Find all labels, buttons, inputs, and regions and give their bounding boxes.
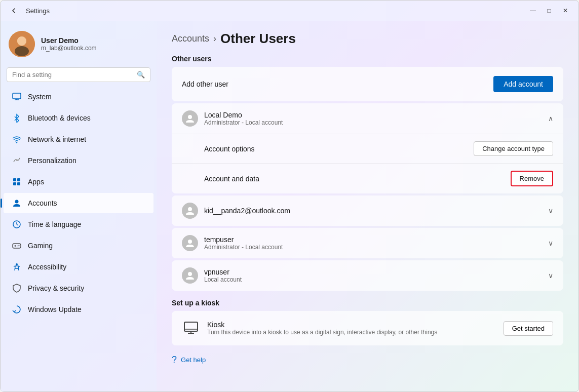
user-card-tempuser-header[interactable]: tempuser Administrator - Local account ∨	[172, 228, 563, 258]
user-card-local-demo-subtitle: Administrator - Local account	[204, 119, 283, 126]
kiosk-description: Turn this device into a kiosk to use as …	[207, 329, 437, 336]
remove-button[interactable]: Remove	[511, 171, 553, 186]
accessibility-icon	[12, 262, 22, 272]
user-card-local-demo-expanded: Account options Change account type Acco…	[172, 134, 563, 193]
sidebar-item-accounts[interactable]: Accounts	[4, 193, 153, 213]
apps-icon	[12, 177, 22, 187]
svg-point-23	[19, 245, 20, 246]
user-card-kid-panda: kid__panda2@outlook.com ∨	[172, 195, 563, 226]
user-card-tempuser-left: tempuser Administrator - Local account	[182, 235, 283, 251]
user-card-tempuser: tempuser Administrator - Local account ∨	[172, 228, 563, 258]
user-card-local-demo-left: Local Demo Administrator - Local account	[182, 110, 283, 127]
maximize-button[interactable]: □	[542, 4, 556, 18]
chevron-down-icon-2: ∨	[548, 239, 553, 247]
svg-rect-14	[17, 182, 20, 185]
sidebar-item-gaming[interactable]: Gaming	[4, 236, 153, 256]
svg-point-25	[188, 115, 192, 119]
svg-rect-12	[17, 178, 20, 181]
svg-point-27	[188, 240, 192, 244]
svg-rect-11	[13, 178, 16, 181]
user-card-local-demo-header[interactable]: Local Demo Administrator - Local account…	[172, 103, 563, 134]
user-card-vpnuser-header[interactable]: vpnuser Local account ∨	[172, 260, 563, 291]
user-card-vpnuser-info: vpnuser Local account	[204, 268, 242, 283]
sidebar-item-windows-update[interactable]: Windows Update	[4, 299, 153, 320]
sidebar-item-bluetooth[interactable]: Bluetooth & devices	[4, 108, 153, 128]
user-card-kid-panda-left: kid__panda2@outlook.com	[182, 203, 290, 219]
sidebar-item-system[interactable]: System	[4, 87, 153, 107]
personalization-icon	[12, 155, 22, 166]
user-card-vpnuser-left: vpnuser Local account	[182, 267, 242, 284]
titlebar: Settings — □ ✕	[1, 1, 578, 21]
account-data-row: Account and data Remove	[172, 163, 563, 193]
sidebar-item-accounts-label: Accounts	[28, 199, 57, 207]
sidebar-item-network[interactable]: Network & internet	[4, 129, 153, 149]
get-help-row: ? Get help	[172, 351, 563, 368]
sidebar-item-privacy-label: Privacy & security	[28, 284, 84, 292]
update-icon	[12, 304, 22, 315]
svg-point-15	[15, 200, 19, 204]
sidebar-item-bluetooth-label: Bluetooth & devices	[28, 114, 91, 122]
user-card-kid-panda-header[interactable]: kid__panda2@outlook.com ∨	[172, 195, 563, 226]
user-card-local-demo-info: Local Demo Administrator - Local account	[204, 111, 283, 126]
svg-line-18	[17, 224, 18, 225]
user-profile: User Demo m_lab@outlook.com	[1, 25, 157, 65]
account-options-label: Account options	[204, 145, 255, 153]
search-box[interactable]: 🔍	[7, 67, 150, 82]
user-card-kid-panda-info: kid__panda2@outlook.com	[204, 207, 290, 215]
back-button[interactable]	[7, 4, 21, 18]
accounts-icon	[12, 198, 22, 208]
sidebar: User Demo m_lab@outlook.com 🔍 System	[1, 21, 157, 391]
sidebar-item-accessibility-label: Accessibility	[28, 263, 66, 271]
get-started-button[interactable]: Get started	[504, 321, 553, 336]
breadcrumb: Accounts › Other Users	[172, 31, 563, 47]
kiosk-card: Kiosk Turn this device into a kiosk to u…	[172, 311, 563, 345]
change-account-type-button[interactable]: Change account type	[474, 141, 553, 156]
settings-window: Settings — □ ✕ User Demo	[0, 0, 579, 392]
add-user-label: Add other user	[182, 80, 228, 88]
sidebar-item-time-label: Time & language	[28, 220, 81, 228]
other-users-section-title: Other users	[172, 55, 563, 63]
sidebar-item-windows-update-label: Windows Update	[28, 305, 82, 313]
time-icon	[12, 219, 22, 229]
window-controls: — □ ✕	[526, 4, 572, 18]
add-account-button[interactable]: Add account	[493, 76, 553, 92]
chevron-down-icon-3: ∨	[548, 271, 553, 280]
user-card-kid-panda-name: kid__panda2@outlook.com	[204, 207, 290, 215]
close-button[interactable]: ✕	[558, 4, 572, 18]
chevron-down-icon-1: ∨	[548, 207, 553, 215]
svg-point-24	[16, 263, 18, 265]
sidebar-item-apps[interactable]: Apps	[4, 172, 153, 192]
content-area: User Demo m_lab@outlook.com 🔍 System	[1, 21, 578, 391]
sidebar-item-privacy[interactable]: Privacy & security	[4, 278, 153, 298]
account-options-row: Account options Change account type	[172, 134, 563, 163]
user-name: User Demo	[41, 36, 97, 45]
breadcrumb-parent[interactable]: Accounts	[172, 33, 209, 44]
kiosk-icon	[182, 319, 200, 337]
breadcrumb-separator: ›	[213, 33, 216, 44]
user-avatar-vpnuser	[182, 267, 198, 284]
user-card-tempuser-subtitle: Administrator - Local account	[204, 244, 283, 251]
get-help-link[interactable]: Get help	[181, 356, 206, 364]
window-title: Settings	[26, 7, 50, 15]
sidebar-item-accessibility[interactable]: Accessibility	[4, 257, 153, 277]
bluetooth-icon	[12, 113, 22, 123]
svg-point-22	[18, 246, 19, 247]
user-card-local-demo-name: Local Demo	[204, 111, 283, 119]
sidebar-item-personalization[interactable]: Personalization	[4, 150, 153, 171]
kiosk-name: Kiosk	[207, 321, 437, 329]
sidebar-item-time[interactable]: Time & language	[4, 214, 153, 234]
search-input[interactable]	[12, 71, 133, 79]
minimize-button[interactable]: —	[526, 4, 540, 18]
breadcrumb-current: Other Users	[220, 31, 296, 47]
svg-point-2	[15, 46, 29, 56]
network-icon	[12, 134, 22, 144]
account-data-label: Account and data	[204, 175, 259, 183]
sidebar-item-network-label: Network & internet	[28, 135, 86, 143]
search-icon: 🔍	[137, 71, 145, 79]
add-user-row: Add other user Add account	[172, 67, 563, 101]
chevron-up-icon: ∧	[548, 114, 553, 123]
kiosk-left: Kiosk Turn this device into a kiosk to u…	[182, 319, 437, 337]
svg-point-10	[16, 159, 18, 161]
privacy-icon	[12, 283, 22, 293]
sidebar-item-apps-label: Apps	[28, 178, 44, 186]
